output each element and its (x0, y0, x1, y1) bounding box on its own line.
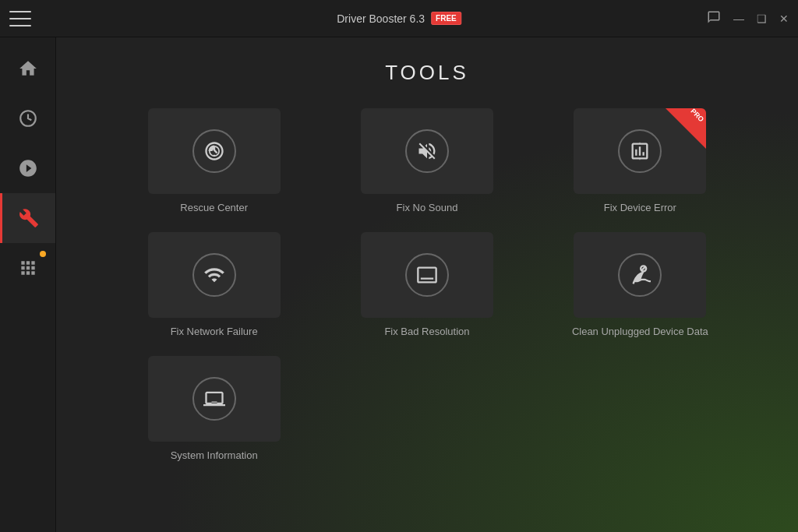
chat-icon[interactable] (707, 10, 721, 27)
fix-no-sound-label: Fix No Sound (397, 202, 458, 213)
main-layout: TOOLS Rescue Center Fix No Sound (0, 37, 798, 532)
tool-card-system-information[interactable] (148, 356, 281, 442)
sidebar-item-home[interactable] (0, 44, 55, 93)
fix-bad-resolution-label: Fix Bad Resolution (384, 326, 469, 337)
fix-no-sound-icon (405, 129, 449, 173)
tool-fix-network-failure[interactable]: Fix Network Failure (123, 232, 305, 337)
clean-unplugged-icon (618, 253, 662, 297)
app-title: Driver Booster 6.3 (337, 12, 425, 25)
sidebar (0, 37, 56, 532)
sidebar-item-apps[interactable] (0, 243, 55, 293)
title-bar-left (9, 11, 31, 26)
system-information-icon (192, 377, 236, 421)
maximize-button[interactable]: ❑ (757, 13, 767, 24)
fix-device-error-label: Fix Device Error (604, 202, 676, 213)
menu-button[interactable] (9, 11, 31, 26)
tool-clean-unplugged[interactable]: Clean Unplugged Device Data (549, 232, 731, 337)
tool-rescue-center[interactable]: Rescue Center (123, 108, 305, 213)
tool-card-fix-network-failure[interactable] (148, 232, 281, 318)
sidebar-item-tools[interactable] (0, 193, 55, 243)
free-badge: FREE (431, 12, 461, 25)
system-information-label: System Information (171, 449, 258, 461)
title-bar-center: Driver Booster 6.3 FREE (337, 12, 461, 25)
title-bar-controls: — ❑ ✕ (707, 10, 789, 27)
rescue-center-icon (192, 129, 236, 173)
tool-card-fix-bad-resolution[interactable] (361, 232, 493, 318)
tool-fix-device-error[interactable]: PRO Fix Device Error (549, 108, 731, 213)
tools-grid: Rescue Center Fix No Sound PRO (123, 108, 731, 461)
tool-card-rescue-center[interactable] (148, 108, 281, 194)
apps-notification-dot (40, 251, 46, 257)
title-bar: Driver Booster 6.3 FREE — ❑ ✕ (0, 0, 798, 37)
clean-unplugged-label: Clean Unplugged Device Data (572, 326, 708, 337)
fix-device-error-icon (618, 129, 662, 173)
fix-network-failure-label: Fix Network Failure (171, 326, 258, 337)
tool-card-clean-unplugged[interactable] (574, 232, 706, 318)
fix-bad-resolution-icon (405, 253, 449, 297)
tool-card-fix-device-error[interactable]: PRO (574, 108, 706, 194)
tool-fix-bad-resolution[interactable]: Fix Bad Resolution (336, 232, 517, 337)
close-button[interactable]: ✕ (779, 13, 789, 24)
tool-card-fix-no-sound[interactable] (361, 108, 493, 194)
tool-fix-no-sound[interactable]: Fix No Sound (336, 108, 517, 213)
page-title: TOOLS (103, 61, 751, 85)
rescue-center-label: Rescue Center (180, 202, 248, 213)
sidebar-item-boost[interactable] (0, 143, 55, 193)
content-area: TOOLS Rescue Center Fix No Sound (56, 37, 798, 532)
tool-system-information[interactable]: System Information (123, 356, 305, 461)
minimize-button[interactable]: — (733, 13, 744, 24)
fix-network-failure-icon (192, 253, 236, 297)
sidebar-item-update[interactable] (0, 93, 55, 143)
